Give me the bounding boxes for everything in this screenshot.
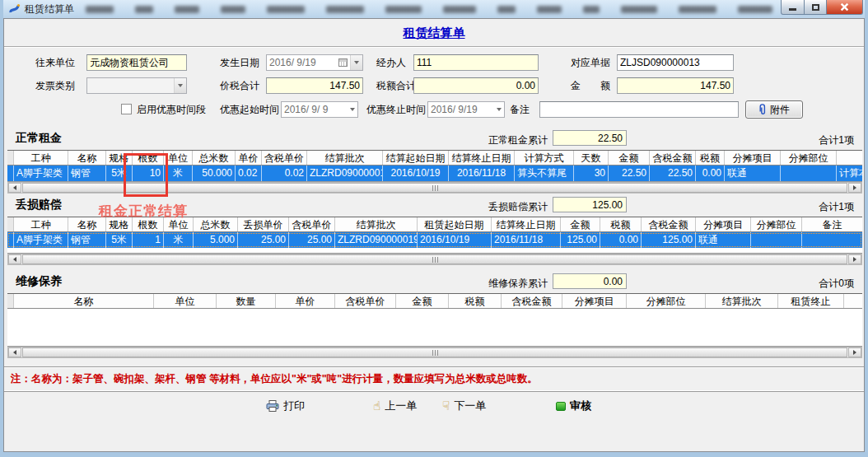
- discount-enable-checkbox[interactable]: [121, 104, 132, 114]
- close-button[interactable]: [827, 0, 863, 15]
- grid-cell[interactable]: ZLZRD090000019: [335, 232, 418, 248]
- table-row[interactable]: A脚手架类钢管5米1米5.00025.0025.00ZLZRD090000019…: [7, 232, 862, 248]
- grid-cell[interactable]: 联通: [725, 166, 781, 181]
- column-header[interactable]: 含税单价: [262, 151, 307, 165]
- column-header[interactable]: 金额: [396, 294, 449, 308]
- column-header[interactable]: 含税金额: [502, 294, 562, 308]
- total-with-tax-input[interactable]: [266, 77, 363, 94]
- column-header[interactable]: 结算起始日期: [383, 151, 449, 165]
- column-header[interactable]: 总米数: [194, 217, 238, 231]
- grid-cell[interactable]: 22.50: [609, 166, 650, 181]
- grid-cell[interactable]: 25.00: [238, 232, 289, 248]
- grid-cell[interactable]: 125.00: [642, 232, 696, 248]
- column-header[interactable]: 天数: [574, 151, 609, 165]
- scroll-left-button[interactable]: [8, 254, 21, 264]
- column-header[interactable]: 租赁起始日期: [418, 217, 492, 231]
- column-header[interactable]: 规格: [106, 151, 133, 165]
- tax-total-input[interactable]: [413, 77, 539, 94]
- scroll-thumb[interactable]: [22, 347, 847, 357]
- partner-input[interactable]: [86, 54, 187, 71]
- grid-cell[interactable]: 2016/10/19: [383, 166, 449, 181]
- column-header[interactable]: 税额: [600, 217, 642, 231]
- column-header[interactable]: 结算批次: [335, 217, 418, 231]
- grid-cell[interactable]: 5米: [106, 232, 133, 248]
- grid-cell[interactable]: A脚手架类: [14, 232, 68, 248]
- grid-cell[interactable]: 125.00: [561, 232, 600, 248]
- scroll-thumb[interactable]: [22, 183, 847, 193]
- column-header[interactable]: 税额: [696, 151, 725, 165]
- column-header[interactable]: 结算终止日期: [492, 217, 561, 231]
- column-header[interactable]: 丢损单价: [238, 217, 289, 231]
- grid-cell[interactable]: [802, 232, 862, 248]
- column-header[interactable]: 工种: [14, 151, 68, 165]
- grid-cell[interactable]: ZLZRD090000019: [307, 166, 383, 181]
- column-header[interactable]: 单价: [236, 151, 262, 165]
- column-header[interactable]: 金额: [561, 217, 600, 231]
- grid-cell[interactable]: 0.00: [600, 232, 642, 248]
- grid-cell[interactable]: 联通: [696, 232, 751, 248]
- scroll-right-button[interactable]: [848, 254, 861, 264]
- grid-cell[interactable]: 1: [133, 232, 164, 248]
- grid-cell[interactable]: 5.000: [194, 232, 238, 248]
- discount-end-picker[interactable]: 2016/ 9/19: [427, 101, 505, 118]
- column-header[interactable]: 分摊项目: [562, 294, 627, 308]
- column-header[interactable]: 金额: [609, 151, 650, 165]
- column-header[interactable]: 含税金额: [650, 151, 696, 165]
- grid-cell[interactable]: 50.000: [193, 166, 236, 181]
- grid-cell[interactable]: 25.00: [289, 232, 335, 248]
- grid-cell[interactable]: 30: [574, 166, 609, 181]
- invoice-type-select[interactable]: [86, 77, 187, 94]
- column-header[interactable]: 含税单价: [335, 294, 396, 308]
- column-header[interactable]: 分摊部位: [627, 294, 706, 308]
- ref-doc-input[interactable]: [617, 54, 734, 71]
- scroll-right-button[interactable]: [848, 183, 861, 193]
- column-header[interactable]: 计算方式: [515, 151, 574, 165]
- audit-button[interactable]: 审核: [556, 399, 591, 413]
- table-row[interactable]: A脚手架类钢管5米10米50.0000.020.02ZLZRD090000019…: [7, 166, 862, 181]
- grid-cell[interactable]: 2016/11/18: [449, 166, 515, 181]
- column-header[interactable]: 根数: [133, 151, 164, 165]
- grid-cell[interactable]: 2016/10/19: [418, 232, 492, 248]
- print-button[interactable]: 打印: [266, 399, 305, 413]
- invoice-type-dropdown[interactable]: [174, 78, 186, 93]
- attachment-button[interactable]: 附件: [745, 100, 803, 119]
- column-header[interactable]: 规格: [106, 217, 133, 231]
- column-header[interactable]: 含税金额: [642, 217, 696, 231]
- grid-cell[interactable]: 米: [164, 166, 193, 181]
- remark-input[interactable]: [539, 101, 739, 118]
- grid-cell[interactable]: 0.02: [262, 166, 307, 181]
- maintenance-hscrollbar[interactable]: [7, 347, 862, 358]
- scroll-left-button[interactable]: [8, 183, 21, 193]
- column-header[interactable]: 结算批次: [706, 294, 778, 308]
- agent-input[interactable]: [413, 54, 539, 71]
- column-header[interactable]: 数量: [217, 294, 276, 308]
- column-header[interactable]: 单位: [154, 294, 217, 308]
- column-header[interactable]: 名称: [68, 217, 106, 231]
- column-header[interactable]: 工种: [14, 217, 68, 231]
- column-header[interactable]: 结算终止日期: [449, 151, 515, 165]
- loss-hscrollbar[interactable]: [7, 254, 862, 265]
- column-header[interactable]: 分摊项目: [696, 217, 751, 231]
- grid-cell[interactable]: 0.02: [236, 166, 262, 181]
- previous-record-button[interactable]: ☝ 上一单: [373, 399, 417, 413]
- grid-cell[interactable]: 算头不算尾: [515, 166, 574, 181]
- next-record-button[interactable]: ☟ 下一单: [442, 399, 486, 413]
- grid-cell[interactable]: [751, 232, 802, 248]
- discount-start-picker[interactable]: 2016/ 9/ 9: [281, 101, 358, 118]
- scroll-left-button[interactable]: [8, 347, 21, 357]
- row-selector[interactable]: [7, 166, 14, 181]
- amount-input[interactable]: [617, 77, 734, 94]
- grid-cell[interactable]: 计算本: [837, 166, 862, 181]
- grid-cell[interactable]: 22.50: [650, 166, 696, 181]
- grid-cell[interactable]: [781, 166, 837, 181]
- grid-cell[interactable]: 0.00: [696, 166, 725, 181]
- column-header[interactable]: 单位: [164, 151, 193, 165]
- grid-cell[interactable]: 10: [133, 166, 164, 181]
- normal-rent-hscrollbar[interactable]: [7, 182, 862, 194]
- column-header[interactable]: [837, 151, 862, 165]
- column-header[interactable]: 单位: [164, 217, 194, 231]
- column-header[interactable]: 根数: [133, 217, 164, 231]
- grid-cell[interactable]: 钢管: [68, 166, 106, 181]
- grid-cell[interactable]: 5米: [106, 166, 133, 181]
- column-header[interactable]: 分摊项目: [725, 151, 781, 165]
